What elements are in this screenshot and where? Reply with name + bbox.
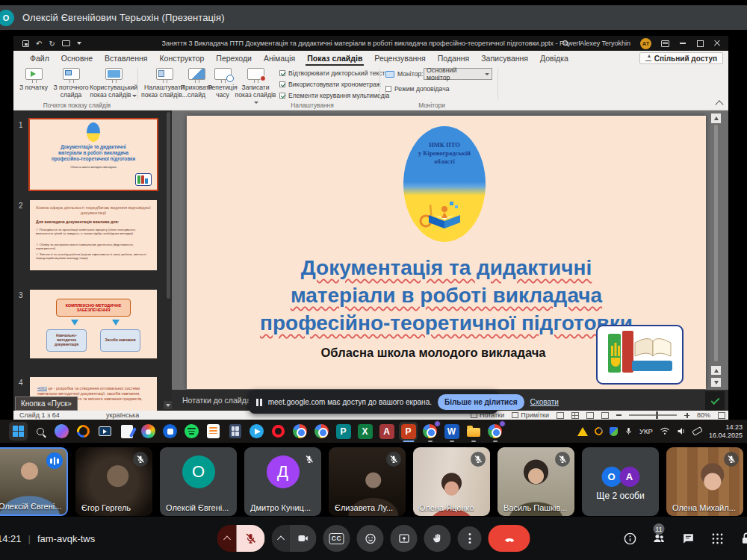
save-icon[interactable] — [22, 40, 29, 47]
comments-toggle[interactable]: Примітки — [512, 411, 549, 419]
participant-tile[interactable]: Д Дмитро Куниц... — [244, 447, 321, 516]
participant-tile[interactable]: Олексій Євгені... — [0, 447, 68, 516]
tab-file[interactable]: Файл — [24, 51, 55, 66]
tab-review[interactable]: Рецензування — [368, 51, 431, 66]
battery-icon[interactable] — [692, 426, 703, 436]
thumbnail-scrollbar[interactable] — [167, 112, 170, 299]
publisher-icon[interactable]: P — [334, 422, 353, 441]
telegram-icon[interactable] — [247, 422, 266, 441]
minimize-button[interactable] — [679, 40, 686, 47]
account-name[interactable]: Alexey Teryokhin — [580, 40, 630, 47]
host-controls-button[interactable] — [738, 530, 747, 547]
calculator-icon[interactable] — [226, 422, 244, 441]
scroll-up-icon[interactable] — [711, 113, 721, 123]
camera-button[interactable] — [290, 525, 317, 552]
search-icon[interactable] — [562, 40, 570, 48]
chat-button[interactable] — [680, 530, 696, 547]
zoom-in-icon[interactable] — [684, 413, 689, 418]
slideshow-icon[interactable] — [62, 40, 70, 46]
slide-canvas[interactable]: НМК ПТО у Кіровоградській області — [187, 116, 706, 389]
present-button[interactable] — [391, 525, 418, 552]
zoom-out-icon[interactable] — [616, 414, 622, 416]
use-timings-checkbox[interactable]: Використовувати хронометраж — [279, 81, 381, 88]
play-narrations-checkbox[interactable]: Відтворювати дикторський текст — [279, 69, 385, 77]
redo-icon[interactable]: ↻ — [49, 40, 55, 48]
account-avatar[interactable]: AT — [640, 38, 651, 49]
fit-to-window-icon[interactable] — [718, 412, 725, 419]
language-tray[interactable]: УКР — [639, 427, 653, 435]
tab-help[interactable]: Довідка — [534, 51, 574, 66]
meeting-details-button[interactable] — [622, 530, 638, 547]
reading-view-icon[interactable] — [586, 412, 594, 419]
zoom-level[interactable]: 80% — [697, 411, 710, 419]
tab-transitions[interactable]: Переходи — [210, 51, 258, 66]
slide-scrollbar[interactable] — [711, 113, 721, 387]
opera-icon[interactable] — [269, 422, 288, 441]
spotify-icon[interactable] — [182, 422, 201, 441]
qat-customize-caret-icon[interactable] — [77, 42, 81, 45]
monitor-select[interactable]: Основний монітор — [424, 68, 492, 80]
chrome-icon[interactable] — [291, 422, 309, 441]
restore-button[interactable] — [696, 40, 704, 47]
close-button[interactable] — [713, 40, 721, 47]
share-button[interactable]: Спільний доступ — [639, 52, 723, 64]
thumbnail-scroll-down-icon[interactable] — [164, 401, 172, 409]
participant-tile[interactable]: Олена Яценко — [413, 447, 490, 516]
custom-show-button[interactable]: Користувацький показ слайдів — [93, 68, 134, 99]
powerpoint-icon[interactable]: P — [399, 422, 418, 441]
slide-thumbnail-1[interactable]: Документація та дидактичні матеріали в р… — [30, 119, 157, 190]
undo-icon[interactable]: ↶ — [36, 40, 42, 48]
slide-thumbnail-2[interactable]: Кожна сфера діяльності передбачає веденн… — [30, 200, 157, 270]
paint-icon[interactable] — [139, 422, 158, 441]
slideshow-view-icon[interactable] — [601, 412, 609, 419]
slide-thumbnail-3[interactable]: КОМПЛЕКСНО-МЕТОДИЧНЕ ЗАБЕЗПЕЧЕННЯ Навчал… — [30, 290, 157, 358]
presenter-view-checkbox[interactable]: Режим доповідача — [385, 85, 449, 93]
from-current-slide-button[interactable]: З поточного слайда — [51, 68, 91, 99]
raise-hand-button[interactable] — [424, 525, 451, 552]
google-drive-icon[interactable] — [577, 427, 588, 436]
participant-tile[interactable]: О Олексій Євгені... — [160, 447, 237, 516]
access-icon[interactable]: A — [377, 422, 396, 441]
collapse-ribbon-icon[interactable] — [715, 100, 723, 108]
reactions-button[interactable] — [357, 525, 384, 552]
update-icon[interactable] — [593, 426, 604, 437]
clock[interactable]: 14:23 16.04.2025 — [709, 423, 743, 439]
excel-icon[interactable]: X — [356, 422, 374, 441]
mic-options-chevron-icon[interactable] — [217, 525, 237, 552]
camera-options-chevron-icon[interactable] — [272, 525, 290, 552]
movies-tv-icon[interactable] — [96, 422, 114, 441]
copilot-icon[interactable] — [52, 422, 71, 441]
tab-insert[interactable]: Вставлення — [99, 51, 153, 66]
chrome-profile-icon[interactable] — [486, 422, 504, 441]
mic-muted-button[interactable] — [237, 525, 265, 552]
tab-home[interactable]: Основне — [55, 51, 99, 66]
record-slideshow-button[interactable]: Записати показ слайдів — [235, 68, 276, 106]
sticky-notes-icon[interactable] — [204, 422, 223, 441]
scrollbar-track[interactable] — [714, 125, 718, 361]
participant-tile[interactable]: Єлизавета Лу... — [329, 447, 406, 516]
start-button-icon[interactable] — [9, 422, 28, 441]
from-beginning-button[interactable]: З початку — [18, 68, 49, 92]
zoom-slider[interactable] — [629, 414, 677, 416]
participant-tile[interactable]: Василь Пашків... — [498, 447, 574, 516]
participant-tile[interactable]: Олена Михайл... — [666, 447, 743, 516]
next-slide-icon[interactable] — [711, 378, 721, 387]
zoom-slider-thumb[interactable] — [656, 411, 659, 419]
security-shield-icon[interactable] — [610, 427, 618, 436]
activities-button[interactable] — [709, 530, 725, 547]
slide-sorter-view-icon[interactable] — [571, 412, 579, 419]
speaker-icon[interactable] — [677, 427, 686, 435]
captions-button[interactable]: CC — [323, 525, 350, 552]
tab-recording[interactable]: Записування — [475, 51, 534, 66]
pen-app-icon[interactable] — [117, 422, 136, 441]
tab-view[interactable]: Подання — [432, 51, 475, 66]
tab-design[interactable]: Конструктор — [153, 51, 210, 66]
hide-link[interactable]: Сховати — [530, 398, 559, 406]
chrome-profile-icon[interactable] — [421, 422, 439, 441]
participant-tile[interactable]: Єгор Гергель — [75, 447, 152, 516]
wifi-icon[interactable] — [660, 427, 670, 435]
media-controls-checkbox[interactable]: Елементи керування мультимедіа — [279, 92, 389, 99]
ribbon-display-options-icon[interactable] — [661, 40, 669, 47]
stop-sharing-button[interactable]: Більше не ділитися — [438, 394, 524, 410]
previous-slide-icon[interactable] — [711, 366, 721, 375]
